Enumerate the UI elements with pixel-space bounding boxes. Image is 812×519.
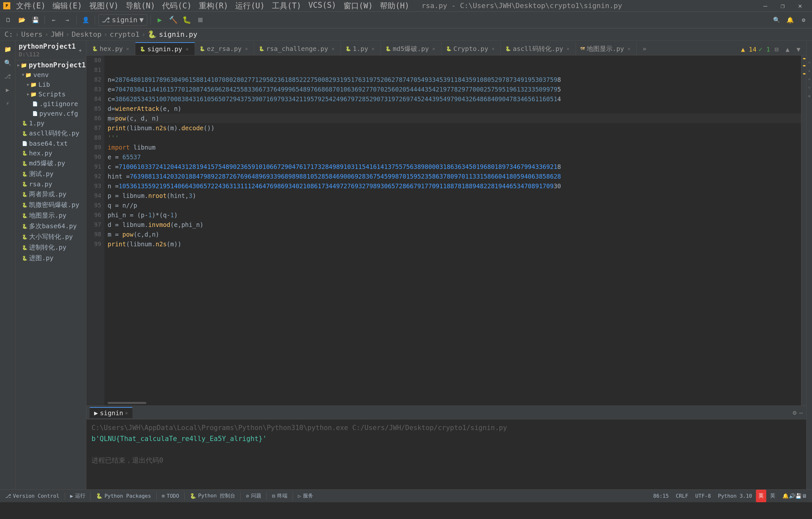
tree-multib64[interactable]: 🐍 多次base64.py — [16, 221, 86, 231]
stop-button[interactable]: ⏹ — [195, 14, 206, 26]
settings-close-icon[interactable]: — — [799, 409, 803, 416]
tree-base-conv[interactable]: 🐍 进制转化.py — [16, 242, 86, 253]
run-tab-signin[interactable]: ▶ signin ✕ — [90, 407, 133, 418]
search-button[interactable]: 🔍 — [771, 14, 782, 26]
search-icon[interactable]: 🔍 — [2, 57, 13, 69]
tab-1py[interactable]: 🐍 1.py ✕ — [341, 42, 381, 55]
tab-crypto[interactable]: 🐍 Crypto.py ✕ — [441, 42, 501, 55]
tab-close-crypto[interactable]: ✕ — [490, 46, 496, 52]
status-run[interactable]: ▶ 运行 — [65, 490, 91, 502]
tab-hex[interactable]: 🐍 hex.py ✕ — [88, 42, 135, 55]
new-file-button[interactable]: 🗋 — [3, 14, 14, 26]
editor-split-icon[interactable]: ⊟ — [772, 45, 781, 54]
menu-code[interactable]: 代码(C) — [159, 0, 195, 12]
breadcrumb-users[interactable]: Users — [21, 30, 42, 38]
status-python-packages[interactable]: 🐍 Python Packages — [91, 490, 156, 502]
input-method[interactable]: 英 — [767, 490, 779, 502]
settings-gear-icon[interactable]: ⚙ — [793, 409, 796, 416]
tab-close-1py[interactable]: ✕ — [370, 46, 376, 52]
settings-button[interactable]: ⚙ — [798, 14, 809, 26]
tree-caesar[interactable]: 🐍 凯撒密码爆破.py — [16, 199, 86, 210]
tab-close-ascll[interactable]: ✕ — [565, 46, 571, 52]
tree-gitignore[interactable]: 📄 .gitignore — [16, 99, 86, 109]
open-button[interactable]: 📂 — [16, 14, 28, 26]
maximize-button[interactable]: ❐ — [774, 0, 791, 11]
tab-close-ezrsa[interactable]: ✕ — [243, 46, 250, 52]
tab-signin[interactable]: 🐍 signin.py ✕ — [135, 42, 195, 55]
lang-flag[interactable]: 英 — [756, 490, 766, 502]
tab-ezrsa[interactable]: 🐍 ez_rsa.py ✕ — [195, 42, 254, 55]
tab-close-hex[interactable]: ✕ — [125, 46, 130, 52]
breadcrumb-c[interactable]: C: — [4, 30, 13, 38]
status-version-control[interactable]: ⎇ Version Control — [0, 490, 65, 502]
status-terminal[interactable]: ⊟ 终端 — [267, 490, 293, 502]
new-file-icon[interactable]: + — [76, 46, 85, 55]
code-text[interactable]: n=28764801891789630496158814107080280277… — [105, 55, 801, 406]
margin-icon-5[interactable]: ▣ — [807, 93, 812, 98]
tree-lib[interactable]: ▶ 📁 Lib — [16, 80, 86, 89]
code-editor[interactable]: 80 81 82 83 84 85 86 87 88 89 90 91 92 9… — [86, 55, 806, 406]
build-button[interactable]: 🔨 — [168, 14, 179, 26]
tree-venv[interactable]: ▼ 📁 venv — [16, 70, 86, 80]
tab-md5[interactable]: 🐍 md5爆破.py ✕ — [381, 42, 441, 55]
tree-1py[interactable]: 🐍 1.py — [16, 118, 86, 128]
menu-run[interactable]: 运行(U) — [232, 0, 268, 12]
margin-icon-4[interactable]: ⊘ — [807, 85, 812, 90]
status-todo[interactable]: ≡ TODO — [156, 490, 184, 502]
cursor-position[interactable]: 86:15 — [650, 490, 672, 502]
tree-map[interactable]: 🐍 地图显示.py — [16, 210, 86, 221]
menu-view[interactable]: 视图(V) — [86, 0, 122, 12]
margin-icon-3[interactable]: ⊕ — [807, 77, 812, 81]
breadcrumb-jwh[interactable]: JWH — [51, 30, 63, 38]
menu-navigate[interactable]: 导航(N) — [122, 0, 158, 12]
tree-scripts[interactable]: ▶ 📁 Scripts — [16, 89, 86, 99]
debug-button[interactable]: 🐛 — [181, 14, 193, 26]
minimize-button[interactable]: — — [757, 0, 774, 11]
tree-base64[interactable]: 📄 base64.txt — [16, 139, 86, 148]
breadcrumb-desktop[interactable]: Desktop — [71, 30, 102, 38]
run-debug-icon[interactable]: ▶ — [2, 84, 13, 95]
git-icon[interactable]: ⎇ — [2, 70, 13, 82]
menu-tools[interactable]: 工具(T) — [269, 0, 304, 12]
tree-project-root[interactable]: ▶ 📁 pythonProject1 — [16, 60, 86, 70]
menu-edit[interactable]: 编辑(E) — [49, 0, 85, 12]
project-icon[interactable]: 📁 — [2, 43, 13, 55]
save-button[interactable]: 💾 — [30, 14, 41, 26]
editor-up-icon[interactable]: ▲ — [783, 45, 792, 54]
tree-case[interactable]: 🐍 大小写转化.py — [16, 231, 86, 242]
tab-map[interactable]: 🗺 地图显示.py ✕ — [576, 42, 637, 55]
run-tab-close-icon[interactable]: ✕ — [125, 410, 127, 415]
tree-md5[interactable]: 🐍 md5爆破.py — [16, 158, 86, 169]
editor-down-icon[interactable]: ▼ — [794, 45, 803, 54]
notification-button[interactable]: 🔔 — [784, 14, 796, 26]
code-scrollbar[interactable] — [801, 55, 806, 406]
tree-test[interactable]: 🐍 测试.py — [16, 169, 86, 179]
tree-rsa[interactable]: 🐍 rsa.py — [16, 179, 86, 189]
menu-help[interactable]: 帮助(H) — [377, 0, 412, 12]
warning-count[interactable]: ▲ 14 — [741, 46, 757, 53]
tree-pyvenv[interactable]: 📄 pyvenv.cfg — [16, 109, 86, 118]
user-button[interactable]: 👤 — [80, 14, 91, 26]
extensions-icon[interactable]: ⚡ — [2, 97, 13, 109]
menu-file[interactable]: 文件(E) — [13, 0, 49, 12]
status-services[interactable]: ▷ 服务 — [293, 490, 319, 502]
margin-icon-1[interactable]: ≡ — [807, 60, 812, 64]
margin-icon-2[interactable]: ◈ — [807, 69, 812, 73]
branch-selector[interactable]: ⎇ signin ▼ — [98, 14, 147, 26]
menu-window[interactable]: 窗口(W) — [340, 0, 376, 12]
tab-close-md5[interactable]: ✕ — [431, 46, 437, 52]
tabs-overflow-button[interactable]: » — [638, 42, 651, 55]
menu-refactor[interactable]: 重构(R) — [196, 0, 231, 12]
line-ending[interactable]: CRLF — [672, 490, 692, 502]
error-count[interactable]: ✓ 1 — [758, 46, 770, 53]
tab-close-rsachallenge[interactable]: ✕ — [330, 46, 336, 52]
forward-button[interactable]: → — [62, 14, 73, 26]
tab-close-map[interactable]: ✕ — [626, 46, 632, 52]
menu-vcs[interactable]: VCS(S) — [305, 0, 340, 12]
encoding[interactable]: UTF-8 — [692, 490, 714, 502]
status-issues[interactable]: ⊘ 问题 — [241, 490, 266, 502]
tab-rsachallenge[interactable]: 🐍 rsa_challenge.py ✕ — [254, 42, 341, 55]
breadcrumb-crypto1[interactable]: crypto1 — [110, 30, 140, 38]
run-button[interactable]: ▶ — [154, 14, 166, 26]
back-button[interactable]: ← — [48, 14, 60, 26]
